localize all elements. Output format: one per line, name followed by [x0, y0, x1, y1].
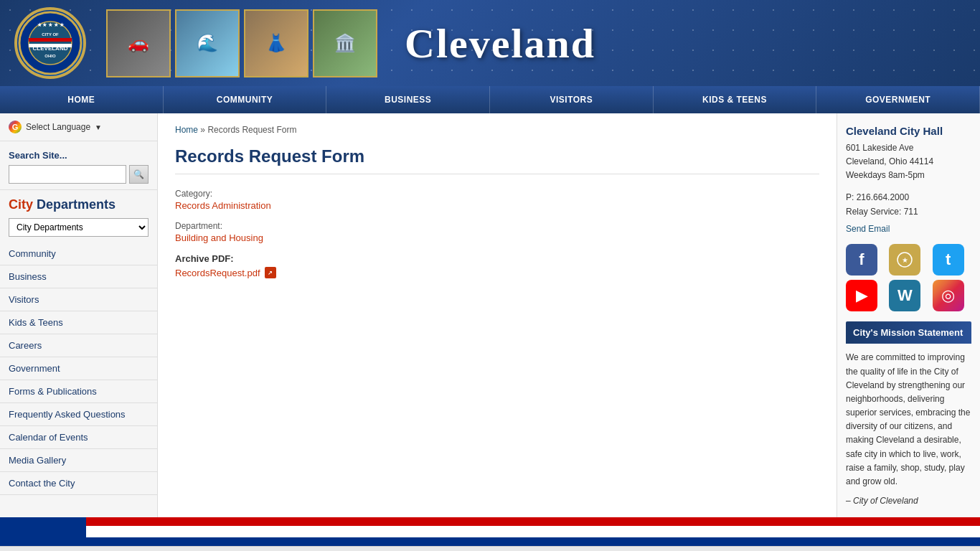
mission-statement-header: City's Mission Statement: [846, 321, 971, 344]
site-logo[interactable]: ★ ★ ★ ★ ★ CITY OF CLEVELAND OHIO: [0, 4, 100, 83]
search-label: Search Site...: [9, 150, 149, 161]
svg-text:★: ★: [902, 256, 908, 264]
mission-statement-text: We are committed to improving the qualit…: [846, 351, 971, 489]
svg-rect-2: [29, 38, 72, 42]
city-hall-email: Send Email: [846, 223, 971, 234]
category-link[interactable]: Records Administration: [175, 200, 271, 211]
search-input[interactable]: [9, 165, 126, 184]
svg-text:CLEVELAND: CLEVELAND: [33, 45, 68, 52]
city-departments-heading: City Departments: [0, 190, 157, 215]
breadcrumb-current: Records Request Form: [207, 125, 296, 135]
department-value: Building and Housing: [175, 232, 819, 243]
twitter-icon[interactable]: t: [933, 244, 964, 276]
mission-attribution: – City of Cleveland: [846, 496, 971, 506]
city-hall-phone: P: 216.664.2000 Relay Service: 711: [846, 190, 971, 220]
left-sidebar: G Select Language ▼ Search Site... 🔍 Cit…: [0, 113, 158, 517]
archive-pdf-link[interactable]: RecordsRequest.pdf: [175, 268, 260, 278]
breadcrumb-separator: »: [200, 125, 207, 135]
sidebar-item-contact[interactable]: Contact the City: [0, 472, 157, 495]
sidebar-item-community[interactable]: Community: [0, 242, 157, 265]
google-translate-icon: G: [9, 121, 22, 133]
svg-text:OHIO: OHIO: [44, 54, 56, 58]
header: ★ ★ ★ ★ ★ CITY OF CLEVELAND OHIO 🚗 🌊 👗 🏛…: [0, 0, 980, 86]
city-title: Cleveland: [405, 19, 595, 67]
pdf-icon: ↗: [265, 267, 276, 278]
header-photos: 🚗 🌊 👗 🏛️: [100, 4, 383, 83]
logo-circle: ★ ★ ★ ★ ★ CITY OF CLEVELAND OHIO: [14, 7, 86, 79]
category-label: Category:: [175, 189, 819, 199]
nav-community[interactable]: COMMUNITY: [164, 86, 327, 113]
nav-business[interactable]: BUSINESS: [326, 86, 490, 113]
svg-text:CITY OF: CITY OF: [42, 32, 59, 37]
sidebar-item-forms-publications[interactable]: Forms & Publications: [0, 380, 157, 403]
sidebar-item-media-gallery[interactable]: Media Gallery: [0, 449, 157, 472]
sidebar-item-business[interactable]: Business: [0, 265, 157, 288]
facebook-icon[interactable]: f: [846, 244, 877, 276]
main-container: G Select Language ▼ Search Site... 🔍 Cit…: [0, 113, 980, 517]
header-photo-2: 🌊: [175, 9, 240, 77]
header-photo-3: 👗: [244, 9, 308, 77]
departments-label: Departments: [33, 197, 116, 212]
nav-kids-teens[interactable]: KIDS & TEENS: [654, 86, 817, 113]
sidebar-item-faq[interactable]: Frequently Asked Questions: [0, 403, 157, 426]
header-photo-4: 🏛️: [313, 9, 377, 77]
nav-government[interactable]: GOVERNMENT: [816, 86, 980, 113]
header-title-area: Cleveland: [383, 19, 980, 67]
nav-home[interactable]: HOME: [0, 86, 164, 113]
header-photo-1: 🚗: [106, 9, 171, 77]
category-value: Records Administration: [175, 200, 819, 211]
city-departments-dropdown[interactable]: City Departments: [9, 218, 149, 237]
sidebar-search-section: Search Site... 🔍: [0, 141, 157, 190]
instagram-icon[interactable]: ◎: [933, 280, 964, 311]
archive-pdf-row: RecordsRequest.pdf ↗: [175, 267, 819, 278]
search-button[interactable]: 🔍: [129, 165, 149, 184]
sidebar-item-government[interactable]: Government: [0, 357, 157, 380]
main-content: Home » Records Request Form Records Requ…: [158, 113, 837, 517]
breadcrumb-home-link[interactable]: Home: [175, 125, 198, 135]
footer-nav: Home Community Business Visitors Kids & …: [0, 546, 980, 551]
sidebar-item-kids-teens[interactable]: Kids & Teens: [0, 311, 157, 334]
department-link[interactable]: Building and Housing: [175, 232, 263, 243]
main-nav: HOME COMMUNITY BUSINESS VISITORS KIDS & …: [0, 86, 980, 113]
right-sidebar: Cleveland City Hall 601 Lakeside Ave Cle…: [837, 113, 980, 517]
nav-visitors[interactable]: VISITORS: [490, 86, 654, 113]
svg-point-1: [29, 22, 72, 65]
archive-label: Archive PDF:: [175, 253, 819, 264]
language-selector[interactable]: G Select Language ▼: [0, 113, 157, 141]
select-language-label: Select Language: [26, 122, 90, 132]
city-hall-title: Cleveland City Hall: [846, 125, 971, 137]
sidebar-item-careers[interactable]: Careers: [0, 334, 157, 357]
search-row: 🔍: [9, 165, 149, 184]
language-arrow-icon: ▼: [95, 123, 102, 131]
city-hall-address: 601 Lakeside Ave Cleveland, Ohio 44114 W…: [846, 141, 971, 183]
official-seal-icon[interactable]: ★: [889, 244, 920, 276]
wordpress-icon[interactable]: W: [889, 280, 920, 311]
breadcrumb: Home » Records Request Form: [175, 125, 819, 135]
sidebar-item-calendar[interactable]: Calendar of Events: [0, 426, 157, 449]
department-label: Department:: [175, 221, 819, 231]
social-icons-grid: f ★ t ▶ W ◎: [846, 244, 971, 311]
youtube-icon[interactable]: ▶: [846, 280, 877, 311]
send-email-link[interactable]: Send Email: [846, 224, 890, 234]
city-label: City: [9, 197, 33, 212]
page-title: Records Request Form: [175, 146, 819, 174]
svg-text:★ ★ ★ ★ ★: ★ ★ ★ ★ ★: [37, 22, 65, 28]
sidebar-item-visitors[interactable]: Visitors: [0, 288, 157, 311]
footer-flag: [0, 517, 980, 546]
